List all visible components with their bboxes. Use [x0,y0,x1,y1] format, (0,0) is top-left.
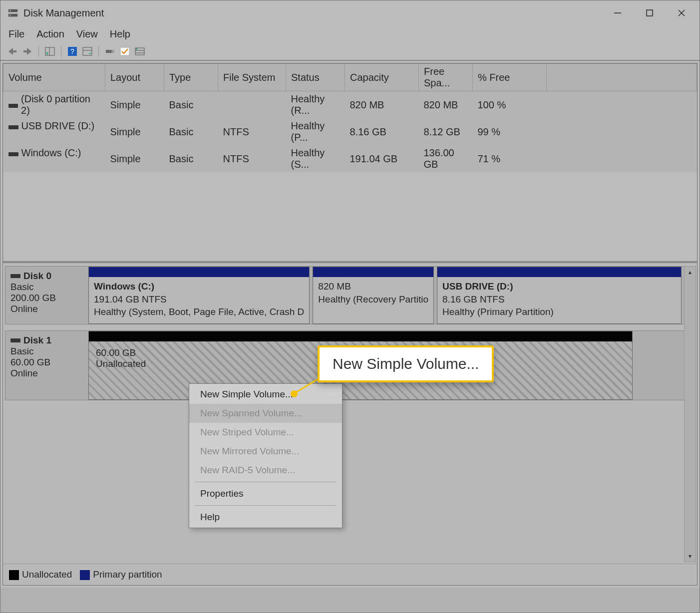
callout-text: New Simple Volume... [333,355,479,372]
partition-windows-c[interactable]: Windows (C:) 191.04 GB NTFS Healthy (Sys… [88,267,310,324]
cell-free: 820 MB [419,91,473,119]
check-icon[interactable] [118,45,132,58]
toolbar: ? [0,44,700,61]
cell-status: Healthy (S... [286,145,345,172]
cell-volume: USB DRIVE (D:) [21,120,95,132]
col-pctfree[interactable]: % Free [473,64,547,91]
col-capacity[interactable]: Capacity [345,64,419,91]
cell-fs: NTFS [218,118,286,145]
menu-help[interactable]: Help [189,508,342,527]
svg-text:?: ? [70,47,74,55]
cell-layout: Simple [105,118,164,145]
settings-icon[interactable] [103,45,117,58]
cell-layout: Simple [105,91,164,119]
partition-recovery[interactable]: 820 MB Healthy (Recovery Partitio [313,267,434,324]
cell-free: 136.00 GB [419,145,473,172]
window-title: Disk Management [23,7,104,19]
disk-management-window: Disk Management File Action View Help ? [0,0,700,613]
svg-rect-5 [647,10,653,16]
cell-capacity: 820 MB [345,91,419,119]
svg-point-19 [111,50,114,53]
menu-properties[interactable]: Properties [189,484,342,503]
menu-action[interactable]: Action [36,28,64,40]
svg-rect-8 [12,50,16,52]
disk-1-label[interactable]: Disk 1 Basic 60.00 GB Online [5,331,86,400]
vertical-scrollbar[interactable]: ▴ ▾ [684,266,696,562]
titlebar: Disk Management [0,0,700,25]
disk-0-state: Online [10,304,81,314]
disk-graphical-view: Disk 0 Basic 200.00 GB Online Windows (C… [3,263,697,585]
toolbar-panel2-icon[interactable] [80,45,94,58]
table-row[interactable]: (Disk 0 partition 2) Simple Basic Health… [3,91,697,119]
legend-primary: Primary partition [80,569,162,580]
cell-status: Healthy (R... [286,91,345,119]
disk-icon [10,274,20,278]
partition-size: 8.16 GB NTFS [442,293,676,306]
volume-icon [8,104,18,108]
content-area: Volume Layout Type File System Status Ca… [2,63,698,586]
cell-pct: 100 % [473,91,547,119]
disk-0-label[interactable]: Disk 0 Basic 200.00 GB Online [5,267,86,324]
svg-marker-17 [89,52,91,54]
cell-type: Basic [164,91,218,119]
partition-usb-d[interactable]: USB DRIVE (D:) 8.16 GB NTFS Healthy (Pri… [437,267,682,324]
close-button[interactable] [666,2,698,24]
back-button[interactable] [5,45,19,58]
menu-file[interactable]: File [8,28,24,40]
menu-new-striped-volume: New Striped Volume... [189,423,342,442]
minimize-button[interactable] [602,2,634,24]
cell-type: Basic [164,145,218,172]
svg-rect-12 [46,52,48,54]
col-type[interactable]: Type [164,64,218,91]
table-header-row: Volume Layout Type File System Status Ca… [3,64,697,91]
col-status[interactable]: Status [286,64,345,91]
svg-point-3 [9,14,10,15]
forward-button[interactable] [20,45,34,58]
col-spacer [547,64,697,91]
context-menu: New Simple Volume... New Spanned Volume.… [189,383,343,528]
cell-capacity: 191.04 GB [345,145,419,172]
callout-dot-icon [291,390,298,397]
cell-layout: Simple [105,145,164,172]
partition-size: 191.04 GB NTFS [94,293,304,306]
col-freespace[interactable]: Free Spa... [419,64,473,91]
menu-view[interactable]: View [76,28,98,40]
list-icon[interactable] [133,45,147,58]
status-bar-area [0,588,700,613]
table-row[interactable]: Windows (C:) Simple Basic NTFS Healthy (… [3,145,697,172]
col-layout[interactable]: Layout [105,64,164,91]
menu-new-mirrored-volume: New Mirrored Volume... [189,442,342,461]
volume-list[interactable]: Volume Layout Type File System Status Ca… [3,63,697,263]
cell-fs: NTFS [218,145,286,172]
partition-title: USB DRIVE (D:) [442,280,676,293]
svg-rect-24 [136,48,137,50]
partition-status: Healthy (Recovery Partitio [318,293,428,306]
app-icon [7,7,18,18]
scroll-down-icon[interactable]: ▾ [685,551,696,562]
disk-1-name: Disk 1 [23,335,51,346]
menubar: File Action View Help [0,25,700,44]
volume-icon [8,125,18,129]
help-icon[interactable]: ? [65,45,79,58]
menu-new-spanned-volume: New Spanned Volume... [189,404,342,423]
col-filesystem[interactable]: File System [218,64,286,91]
svg-point-2 [9,10,10,11]
menu-new-raid5-volume: New RAID-5 Volume... [189,461,342,480]
partition-status: Healthy (System, Boot, Page File, Active… [94,306,304,318]
scroll-up-icon[interactable]: ▴ [685,267,696,278]
cell-volume: Windows (C:) [21,147,81,159]
partition-title: Windows (C:) [94,280,304,293]
svg-rect-15 [83,47,92,55]
disk-1-size: 60.00 GB [10,357,81,368]
legend: Unallocated Primary partition [3,564,697,585]
disk-1-state: Online [10,368,81,379]
disk-row-0: Disk 0 Basic 200.00 GB Online Windows (C… [5,266,695,324]
col-volume[interactable]: Volume [3,64,105,91]
volume-icon [8,152,18,156]
table-row[interactable]: USB DRIVE (D:) Simple Basic NTFS Healthy… [3,118,697,145]
toolbar-panel-icon[interactable] [43,45,57,58]
menu-help[interactable]: Help [110,28,130,40]
cell-status: Healthy (P... [286,118,345,145]
maximize-button[interactable] [634,2,666,24]
partition-size: 820 MB [318,280,428,293]
